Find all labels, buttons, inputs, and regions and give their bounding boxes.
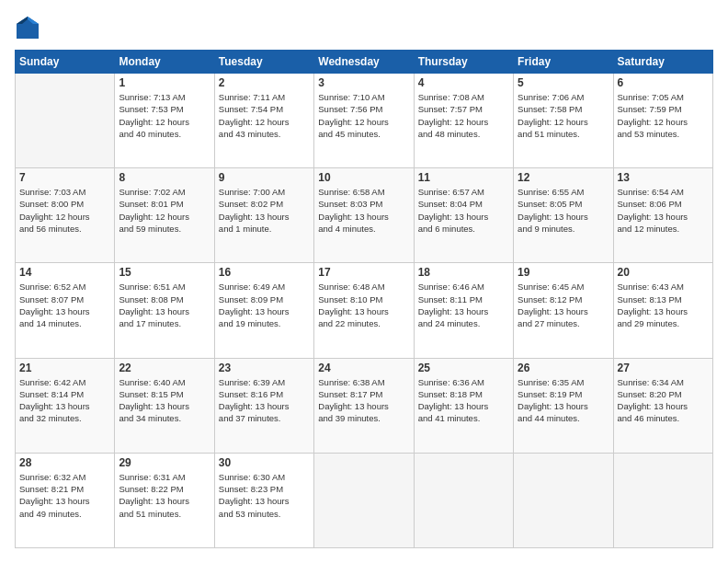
day-cell: 21Sunrise: 6:42 AMSunset: 8:14 PMDayligh… bbox=[16, 358, 115, 453]
header bbox=[15, 15, 713, 40]
logo-icon bbox=[15, 15, 40, 40]
day-info: Sunrise: 7:13 AMSunset: 7:53 PMDaylight:… bbox=[119, 91, 210, 140]
day-cell: 9Sunrise: 7:00 AMSunset: 8:02 PMDaylight… bbox=[214, 168, 313, 263]
day-cell bbox=[314, 453, 414, 547]
day-number: 8 bbox=[119, 171, 210, 184]
day-cell bbox=[613, 453, 712, 547]
day-info: Sunrise: 7:11 AMSunset: 7:54 PMDaylight:… bbox=[219, 91, 310, 140]
day-number: 29 bbox=[119, 456, 210, 469]
day-number: 5 bbox=[518, 76, 609, 89]
day-info: Sunrise: 6:57 AMSunset: 8:04 PMDaylight:… bbox=[418, 186, 509, 235]
day-cell: 1Sunrise: 7:13 AMSunset: 7:53 PMDaylight… bbox=[115, 74, 214, 168]
day-cell: 29Sunrise: 6:31 AMSunset: 8:22 PMDayligh… bbox=[115, 453, 214, 547]
day-info: Sunrise: 6:45 AMSunset: 8:12 PMDaylight:… bbox=[518, 281, 609, 329]
day-cell: 30Sunrise: 6:30 AMSunset: 8:23 PMDayligh… bbox=[214, 453, 313, 547]
day-number: 30 bbox=[219, 456, 310, 469]
week-row: 28Sunrise: 6:32 AMSunset: 8:21 PMDayligh… bbox=[16, 453, 713, 547]
day-number: 23 bbox=[219, 362, 310, 374]
day-number: 26 bbox=[518, 362, 609, 374]
day-info: Sunrise: 6:31 AMSunset: 8:22 PMDaylight:… bbox=[119, 471, 210, 520]
day-number: 18 bbox=[418, 266, 509, 279]
calendar: SundayMondayTuesdayWednesdayThursdayFrid… bbox=[15, 50, 713, 548]
day-cell: 28Sunrise: 6:32 AMSunset: 8:21 PMDayligh… bbox=[16, 453, 115, 547]
day-cell: 11Sunrise: 6:57 AMSunset: 8:04 PMDayligh… bbox=[414, 168, 513, 263]
day-cell: 20Sunrise: 6:43 AMSunset: 8:13 PMDayligh… bbox=[613, 263, 712, 358]
day-info: Sunrise: 6:38 AMSunset: 8:17 PMDaylight:… bbox=[318, 376, 409, 425]
day-number: 17 bbox=[318, 266, 409, 279]
header-day: Tuesday bbox=[214, 51, 313, 74]
day-number: 28 bbox=[19, 456, 110, 469]
day-info: Sunrise: 7:03 AMSunset: 8:00 PMDaylight:… bbox=[19, 186, 110, 235]
day-cell: 14Sunrise: 6:52 AMSunset: 8:07 PMDayligh… bbox=[16, 263, 115, 358]
day-cell: 23Sunrise: 6:39 AMSunset: 8:16 PMDayligh… bbox=[214, 358, 313, 453]
day-cell: 3Sunrise: 7:10 AMSunset: 7:56 PMDaylight… bbox=[314, 74, 414, 168]
logo bbox=[15, 15, 44, 40]
week-row: 1Sunrise: 7:13 AMSunset: 7:53 PMDaylight… bbox=[16, 74, 713, 168]
day-cell: 16Sunrise: 6:49 AMSunset: 8:09 PMDayligh… bbox=[214, 263, 313, 358]
day-number: 14 bbox=[19, 266, 110, 279]
day-number: 4 bbox=[418, 76, 509, 89]
day-number: 21 bbox=[19, 362, 110, 374]
day-cell bbox=[514, 453, 613, 547]
day-info: Sunrise: 6:36 AMSunset: 8:18 PMDaylight:… bbox=[418, 376, 509, 425]
day-info: Sunrise: 6:49 AMSunset: 8:09 PMDaylight:… bbox=[219, 281, 310, 329]
header-day: Friday bbox=[514, 51, 613, 74]
day-cell: 8Sunrise: 7:02 AMSunset: 8:01 PMDaylight… bbox=[115, 168, 214, 263]
day-info: Sunrise: 6:40 AMSunset: 8:15 PMDaylight:… bbox=[119, 376, 210, 425]
day-info: Sunrise: 6:55 AMSunset: 8:05 PMDaylight:… bbox=[518, 186, 609, 235]
header-day: Monday bbox=[115, 51, 214, 74]
day-number: 10 bbox=[318, 171, 409, 184]
day-info: Sunrise: 6:48 AMSunset: 8:10 PMDaylight:… bbox=[318, 281, 409, 329]
header-day: Sunday bbox=[16, 51, 115, 74]
day-info: Sunrise: 7:06 AMSunset: 7:58 PMDaylight:… bbox=[518, 91, 609, 140]
header-row: SundayMondayTuesdayWednesdayThursdayFrid… bbox=[16, 51, 713, 74]
day-info: Sunrise: 6:51 AMSunset: 8:08 PMDaylight:… bbox=[119, 281, 210, 329]
day-number: 20 bbox=[618, 266, 709, 279]
day-cell bbox=[414, 453, 513, 547]
header-day: Saturday bbox=[613, 51, 712, 74]
day-cell: 12Sunrise: 6:55 AMSunset: 8:05 PMDayligh… bbox=[514, 168, 613, 263]
day-cell: 7Sunrise: 7:03 AMSunset: 8:00 PMDaylight… bbox=[16, 168, 115, 263]
svg-marker-0 bbox=[17, 17, 39, 39]
day-info: Sunrise: 6:42 AMSunset: 8:14 PMDaylight:… bbox=[19, 376, 110, 425]
day-info: Sunrise: 6:30 AMSunset: 8:23 PMDaylight:… bbox=[219, 471, 310, 520]
day-info: Sunrise: 6:39 AMSunset: 8:16 PMDaylight:… bbox=[219, 376, 310, 425]
day-number: 7 bbox=[19, 171, 110, 184]
day-number: 12 bbox=[518, 171, 609, 184]
day-info: Sunrise: 7:02 AMSunset: 8:01 PMDaylight:… bbox=[119, 186, 210, 235]
day-info: Sunrise: 7:08 AMSunset: 7:57 PMDaylight:… bbox=[418, 91, 509, 140]
day-cell: 19Sunrise: 6:45 AMSunset: 8:12 PMDayligh… bbox=[514, 263, 613, 358]
day-number: 11 bbox=[418, 171, 509, 184]
day-number: 15 bbox=[119, 266, 210, 279]
day-cell: 10Sunrise: 6:58 AMSunset: 8:03 PMDayligh… bbox=[314, 168, 414, 263]
day-info: Sunrise: 7:00 AMSunset: 8:02 PMDaylight:… bbox=[219, 186, 310, 235]
day-cell: 18Sunrise: 6:46 AMSunset: 8:11 PMDayligh… bbox=[414, 263, 513, 358]
day-info: Sunrise: 7:10 AMSunset: 7:56 PMDaylight:… bbox=[318, 91, 409, 140]
day-number: 9 bbox=[219, 171, 310, 184]
day-cell: 13Sunrise: 6:54 AMSunset: 8:06 PMDayligh… bbox=[613, 168, 712, 263]
day-cell: 25Sunrise: 6:36 AMSunset: 8:18 PMDayligh… bbox=[414, 358, 513, 453]
day-info: Sunrise: 6:58 AMSunset: 8:03 PMDaylight:… bbox=[318, 186, 409, 235]
day-number: 19 bbox=[518, 266, 609, 279]
day-number: 22 bbox=[119, 362, 210, 374]
header-day: Wednesday bbox=[314, 51, 414, 74]
day-cell: 6Sunrise: 7:05 AMSunset: 7:59 PMDaylight… bbox=[613, 74, 712, 168]
day-info: Sunrise: 7:05 AMSunset: 7:59 PMDaylight:… bbox=[618, 91, 709, 140]
day-cell: 5Sunrise: 7:06 AMSunset: 7:58 PMDaylight… bbox=[514, 74, 613, 168]
day-number: 27 bbox=[618, 362, 709, 374]
week-row: 14Sunrise: 6:52 AMSunset: 8:07 PMDayligh… bbox=[16, 263, 713, 358]
day-cell: 22Sunrise: 6:40 AMSunset: 8:15 PMDayligh… bbox=[115, 358, 214, 453]
day-number: 3 bbox=[318, 76, 409, 89]
day-cell: 2Sunrise: 7:11 AMSunset: 7:54 PMDaylight… bbox=[214, 74, 313, 168]
day-number: 1 bbox=[119, 76, 210, 89]
day-info: Sunrise: 6:52 AMSunset: 8:07 PMDaylight:… bbox=[19, 281, 110, 329]
day-number: 16 bbox=[219, 266, 310, 279]
week-row: 21Sunrise: 6:42 AMSunset: 8:14 PMDayligh… bbox=[16, 358, 713, 453]
week-row: 7Sunrise: 7:03 AMSunset: 8:00 PMDaylight… bbox=[16, 168, 713, 263]
day-cell: 24Sunrise: 6:38 AMSunset: 8:17 PMDayligh… bbox=[314, 358, 414, 453]
day-cell: 15Sunrise: 6:51 AMSunset: 8:08 PMDayligh… bbox=[115, 263, 214, 358]
day-number: 25 bbox=[418, 362, 509, 374]
day-info: Sunrise: 6:35 AMSunset: 8:19 PMDaylight:… bbox=[518, 376, 609, 425]
day-cell: 17Sunrise: 6:48 AMSunset: 8:10 PMDayligh… bbox=[314, 263, 414, 358]
day-info: Sunrise: 6:32 AMSunset: 8:21 PMDaylight:… bbox=[19, 471, 110, 520]
